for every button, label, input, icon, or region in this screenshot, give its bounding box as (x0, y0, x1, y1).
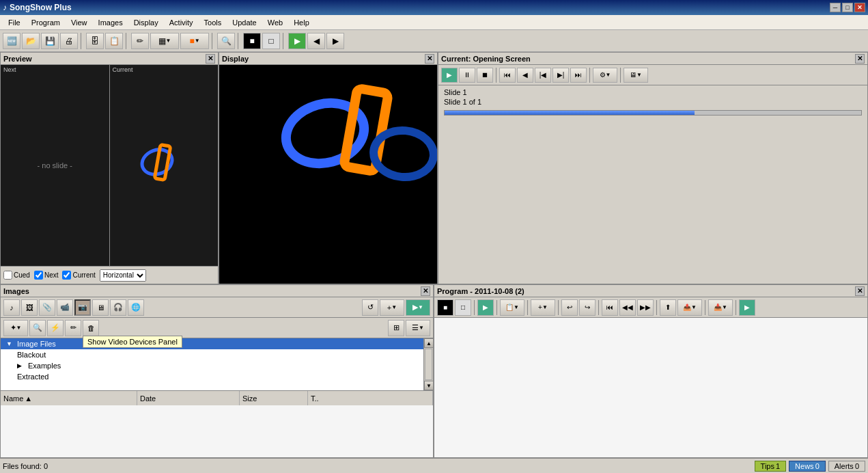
ct-sep-btn[interactable]: |◀ (535, 68, 551, 83)
prog-white[interactable]: □ (455, 299, 471, 316)
news-badge[interactable]: News 0 (789, 461, 826, 472)
web-btn[interactable]: 🌐 (128, 299, 144, 316)
tree-examples[interactable]: ▶ Examples (1, 360, 423, 371)
maximize-button[interactable]: □ (842, 3, 853, 12)
current-checkbox[interactable] (62, 271, 71, 280)
print-button[interactable]: 🖨 (60, 33, 78, 49)
notes-button[interactable]: 📋 (105, 33, 123, 49)
delete-btn[interactable]: 🗑 (83, 320, 99, 336)
images-header: Images ✕ (1, 285, 433, 297)
prev-button[interactable]: ◀ (517, 68, 533, 83)
cued-label: Cued (14, 271, 30, 279)
col-date[interactable]: Date (137, 391, 240, 405)
next-live-button[interactable]: ▶ (326, 33, 344, 49)
slide-dropdown[interactable]: ▦ ▼ (150, 33, 179, 49)
next-checkbox[interactable] (34, 271, 43, 280)
skip-next-button[interactable]: ⏭ (570, 68, 587, 83)
add-dropdown[interactable]: + ▼ (380, 299, 404, 316)
prog-black[interactable]: ■ (437, 299, 453, 316)
black-screen-button[interactable]: ■ (243, 33, 261, 49)
clip-btn[interactable]: 📎 (39, 299, 55, 316)
scroll-up[interactable]: ▲ (424, 338, 433, 348)
search-db-button[interactable]: 🔍 (217, 33, 235, 49)
tree-scrollbar[interactable]: ▲ ▼ (423, 338, 433, 390)
refresh-btn[interactable]: ↺ (362, 299, 378, 316)
monitor-btn[interactable]: 🖥 (92, 299, 109, 316)
menu-view[interactable]: View (66, 17, 93, 28)
edit-image-btn[interactable]: ✏ (65, 320, 81, 336)
filter-btn[interactable]: ⚡ (47, 320, 64, 336)
scroll-thumb[interactable] (425, 349, 432, 380)
menu-file[interactable]: File (3, 17, 26, 28)
tree-root[interactable]: ▼ Image Files (1, 338, 423, 349)
prog-export[interactable]: 📤▼ (677, 299, 702, 316)
headphone-btn[interactable]: 🎧 (110, 299, 126, 316)
program-close[interactable]: ✕ (855, 286, 865, 296)
menu-web[interactable]: Web (262, 17, 288, 28)
stop-button[interactable]: ⏹ (477, 68, 493, 83)
col-size[interactable]: Size (240, 391, 308, 405)
skip-prev-button[interactable]: ⏮ (499, 68, 516, 83)
music-btn[interactable]: ♪ (3, 299, 20, 316)
prog-start[interactable]: ⏮ (602, 299, 618, 316)
col-size-label: Size (242, 394, 257, 403)
prog-redo[interactable]: ↪ (579, 299, 596, 316)
prog-live[interactable]: ▶ (739, 299, 755, 316)
prog-move-up[interactable]: ⬆ (660, 299, 676, 316)
tree-blackout[interactable]: Blackout (1, 349, 423, 360)
prog-prev[interactable]: ◀◀ (619, 299, 636, 316)
menu-display[interactable]: Display (128, 17, 164, 28)
camera-btn[interactable]: 📷 (74, 299, 91, 316)
sort-btn[interactable]: ⊞ (388, 320, 404, 336)
pause-button[interactable]: ⏸ (459, 68, 475, 83)
tree-extracted[interactable]: Extracted (1, 371, 423, 382)
orientation-select[interactable]: Horizontal Vertical (100, 269, 146, 282)
prog-add[interactable]: +▼ (531, 299, 555, 316)
view-toggle[interactable]: ☰ ▼ (406, 320, 430, 336)
screen-dropdown[interactable]: 🖥 ▼ (624, 68, 648, 83)
go-live-images[interactable]: ▶ ▼ (406, 299, 430, 316)
menu-tools[interactable]: Tools (199, 17, 227, 28)
new-dropdown-btn[interactable]: ✦ ▼ (3, 320, 28, 336)
menu-update[interactable]: Update (227, 17, 262, 28)
prog-import[interactable]: 📥▼ (708, 299, 733, 316)
current-close[interactable]: ✕ (855, 54, 865, 64)
minimize-button[interactable]: ─ (830, 3, 841, 12)
images-close[interactable]: ✕ (421, 286, 430, 296)
video-btn[interactable]: 📹 (57, 299, 73, 316)
col-type[interactable]: T.. (308, 391, 433, 405)
white-screen-button[interactable]: □ (262, 33, 280, 49)
prog-sep-1 (474, 300, 475, 315)
new-button[interactable]: 🆕 (3, 33, 20, 49)
display-close[interactable]: ✕ (425, 54, 434, 64)
database-button[interactable]: 🗄 (86, 33, 104, 49)
alerts-badge[interactable]: Alerts 0 (828, 461, 865, 472)
preview-close[interactable]: ✕ (206, 54, 215, 64)
current-label: Current (113, 66, 133, 73)
scroll-down[interactable]: ▼ (424, 381, 433, 390)
col-name[interactable]: Name ▲ (1, 391, 137, 405)
prog-notes[interactable]: 📋▼ (500, 299, 524, 316)
tips-badge[interactable]: Tips 1 (755, 461, 787, 472)
prog-play[interactable]: ▶ (477, 299, 494, 316)
prog-next[interactable]: ▶▶ (637, 299, 654, 316)
play-button[interactable]: ▶ (441, 68, 458, 83)
search-btn[interactable]: 🔍 (29, 320, 46, 336)
menu-images[interactable]: Images (93, 17, 128, 28)
prog-undo[interactable]: ↩ (561, 299, 578, 316)
save-button[interactable]: 💾 (41, 33, 59, 49)
prev-live-button[interactable]: ◀ (307, 33, 325, 49)
tree-area: ▼ Image Files Blackout ▶ Examples Extrac… (1, 338, 423, 390)
cued-checkbox[interactable] (3, 271, 12, 280)
color-dropdown[interactable]: ■ ▼ (180, 33, 209, 49)
close-button[interactable]: ✕ (854, 3, 865, 12)
photo-btn[interactable]: 🖼 (21, 299, 38, 316)
display-dropdown[interactable]: ⚙ ▼ (593, 68, 617, 83)
go-live-button[interactable]: ▶ (288, 33, 306, 49)
edit-button[interactable]: ✏ (131, 33, 149, 49)
menu-activity[interactable]: Activity (164, 17, 199, 28)
open-button[interactable]: 📂 (22, 33, 40, 49)
menu-help[interactable]: Help (288, 17, 315, 28)
menu-program[interactable]: Program (26, 17, 66, 28)
next-btn[interactable]: ▶| (552, 68, 569, 83)
